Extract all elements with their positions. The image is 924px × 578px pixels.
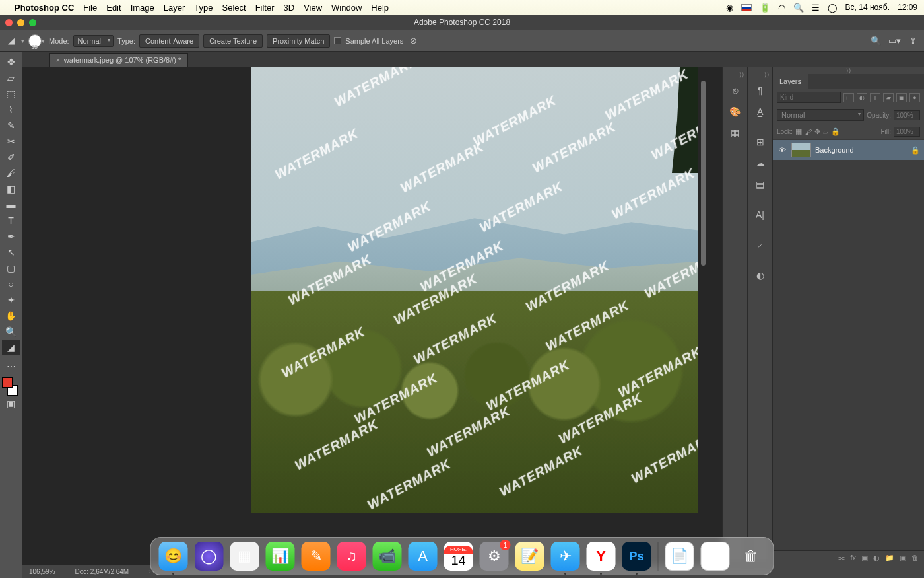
collapse-icon[interactable]: ⟩⟩ (739, 71, 744, 78)
pressure-icon[interactable]: ⊘ (407, 35, 419, 47)
share-icon[interactable]: ⇪ (907, 35, 919, 47)
siri-icon[interactable]: ◯ (828, 3, 838, 13)
properties-panel-icon[interactable]: ▤ (752, 176, 769, 193)
minimize-window-button[interactable] (17, 19, 24, 26)
dock-launchpad[interactable]: ▦ (230, 542, 259, 571)
menu-image[interactable]: Image (131, 3, 154, 13)
menu-edit[interactable]: Edit (106, 3, 121, 13)
lock-all-icon[interactable]: 🔒 (831, 127, 840, 136)
filter-type-icon[interactable]: T (870, 93, 880, 102)
menu-file[interactable]: File (83, 3, 97, 13)
dock-recent-doc-2[interactable]: 🖼 (701, 542, 730, 571)
document-canvas[interactable]: WATERMARK WATERMARK WATERMARK WATERMARK … (251, 67, 698, 513)
filter-toggle-icon[interactable]: ● (909, 93, 920, 102)
layers-tab[interactable]: Layers (773, 74, 808, 89)
delete-layer-icon[interactable]: 🗑 (911, 554, 919, 562)
chevron-down-icon[interactable]: ▾ (42, 38, 45, 44)
collapse-icon[interactable]: ⟩⟩ (764, 71, 770, 78)
character-styles-icon[interactable]: A| (752, 206, 769, 223)
paragraph-panel-icon[interactable]: ¶ (752, 82, 769, 99)
color-panel-icon[interactable]: 🎨 (727, 103, 744, 120)
dock-settings[interactable]: ⚙1 (480, 542, 509, 571)
dock-siri[interactable]: ◯ (195, 542, 224, 571)
create-texture-button[interactable]: Create Texture (203, 34, 263, 48)
close-window-button[interactable] (5, 19, 13, 26)
menu-select[interactable]: Select (222, 3, 246, 13)
menu-filter[interactable]: Filter (255, 3, 275, 13)
content-aware-button[interactable]: Content-Aware (139, 34, 199, 48)
filter-adjust-icon[interactable]: ◐ (857, 93, 867, 102)
group-icon[interactable]: 📁 (885, 554, 894, 562)
control-center-icon[interactable]: ☰ (812, 3, 820, 13)
new-layer-icon[interactable]: ▣ (900, 554, 906, 562)
link-layers-icon[interactable]: ⫘ (838, 554, 845, 562)
opacity-value[interactable]: 100% (894, 110, 920, 120)
dock-pages[interactable]: ✎ (302, 542, 331, 571)
collapse-icon[interactable]: ⟩⟩ (773, 67, 924, 74)
layer-name[interactable]: Background (815, 146, 907, 154)
wifi-icon[interactable]: ◠ (778, 3, 785, 13)
glyphs-panel-icon[interactable]: ⊞ (752, 133, 769, 151)
filter-shape-icon[interactable]: ▰ (883, 93, 894, 102)
layer-style-icon[interactable]: fx (850, 554, 856, 562)
layer-row[interactable]: 👁 Background 🔒 (773, 140, 924, 160)
menu-help[interactable]: Help (371, 3, 389, 13)
dock-finder[interactable]: 😊 (159, 542, 188, 571)
vertical-scrollbar[interactable] (701, 81, 706, 266)
dock-music[interactable]: ♫ (337, 542, 366, 571)
location-icon[interactable]: ◉ (726, 3, 733, 13)
paragraph-styles-icon[interactable]: ⟋ (752, 236, 769, 254)
battery-icon[interactable]: 🔋 (760, 3, 770, 13)
workspace-icon[interactable]: ▭▾ (888, 35, 900, 47)
menubar-time[interactable]: 12:09 (898, 3, 917, 12)
layer-mask-icon[interactable]: ▣ (861, 554, 868, 562)
close-tab-icon[interactable]: × (56, 57, 60, 64)
dock-photoshop[interactable]: Ps (622, 542, 651, 571)
layer-filter-input[interactable] (777, 92, 841, 103)
dock-recent-doc-1[interactable]: 📄 (665, 542, 694, 571)
dock-telegram[interactable]: ✈ (551, 542, 580, 571)
spotlight-icon[interactable]: 🔍 (793, 3, 804, 13)
menu-window[interactable]: Window (331, 3, 362, 13)
dock-trash[interactable]: 🗑 (737, 542, 766, 571)
lock-image-icon[interactable]: 🖌 (805, 128, 812, 136)
menubar-date[interactable]: Вс, 14 нояб. (845, 3, 890, 12)
dock-yandex[interactable]: Y (587, 542, 616, 571)
flag-icon[interactable] (741, 4, 752, 11)
libraries-panel-icon[interactable]: ☁ (752, 155, 769, 172)
layer-thumbnail[interactable] (791, 143, 811, 157)
maximize-window-button[interactable] (29, 19, 36, 26)
app-name[interactable]: Photoshop CC (15, 3, 74, 13)
dock-appstore[interactable]: A (409, 542, 438, 571)
document-tab[interactable]: × watermark.jpeg @ 107% (RGB/8#) * (49, 53, 188, 67)
visibility-toggle-icon[interactable]: 👁 (777, 146, 787, 154)
lock-icon[interactable]: 🔒 (911, 146, 920, 155)
swatches-panel-icon[interactable]: ▦ (727, 124, 744, 141)
history-panel-icon[interactable]: ⎋ (727, 82, 744, 99)
fill-value[interactable]: 100% (894, 127, 920, 137)
canvas-area[interactable]: WATERMARK WATERMARK WATERMARK WATERMARK … (22, 67, 722, 565)
search-icon[interactable]: 🔍 (870, 35, 882, 47)
menu-3d[interactable]: 3D (284, 3, 295, 13)
lock-transparency-icon[interactable]: ▦ (795, 127, 802, 136)
adjustment-layer-icon[interactable]: ◐ (873, 554, 880, 562)
dock-facetime[interactable]: 📹 (373, 542, 402, 571)
mode-select[interactable]: Normal (73, 35, 114, 47)
dock-notes[interactable]: 📝 (515, 542, 544, 571)
tool-preset-icon[interactable]: ◢ (5, 35, 17, 47)
dock-numbers[interactable]: 📊 (266, 542, 295, 571)
lock-artboard-icon[interactable]: ▱ (823, 127, 828, 136)
blend-mode-select[interactable]: Normal (777, 109, 864, 121)
menu-layer[interactable]: Layer (164, 3, 185, 13)
proximity-match-button[interactable]: Proximity Match (267, 34, 330, 48)
doc-size[interactable]: Doc: 2,64M/2,64M (75, 568, 129, 575)
character-panel-icon[interactable]: A̲ (752, 103, 769, 120)
menu-type[interactable]: Type (194, 3, 213, 13)
menu-view[interactable]: View (304, 3, 322, 13)
filter-smart-icon[interactable]: ▣ (896, 93, 907, 102)
chevron-down-icon[interactable]: ▾ (21, 38, 24, 44)
filter-pixel-icon[interactable]: ▢ (843, 93, 854, 102)
lock-position-icon[interactable]: ✥ (814, 127, 820, 136)
adjustments-panel-icon[interactable]: ◐ (752, 267, 769, 284)
dock-calendar[interactable]: НОЯБ.14 (444, 542, 473, 571)
